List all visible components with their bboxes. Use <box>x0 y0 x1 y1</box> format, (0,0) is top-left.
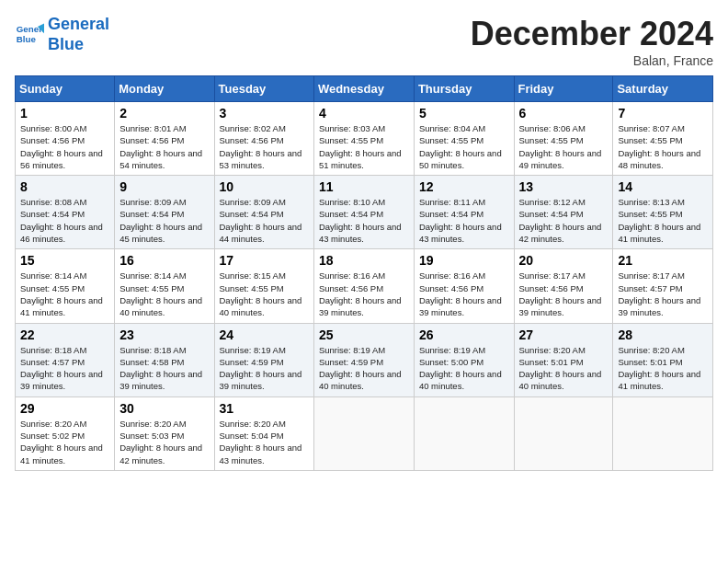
table-row: 22 Sunrise: 8:18 AMSunset: 4:57 PMDaylig… <box>16 323 115 396</box>
day-number: 14 <box>618 179 708 194</box>
logo-text: General Blue <box>48 15 109 54</box>
day-info: Sunrise: 8:19 AMSunset: 5:00 PMDaylight:… <box>419 345 502 392</box>
table-row: 20 Sunrise: 8:17 AMSunset: 4:56 PMDaylig… <box>514 249 613 323</box>
empty-cell <box>613 396 713 470</box>
day-info: Sunrise: 8:20 AMSunset: 5:01 PMDaylight:… <box>618 345 700 392</box>
day-number: 28 <box>618 327 708 342</box>
day-info: Sunrise: 8:20 AMSunset: 5:02 PMDaylight:… <box>20 419 103 465</box>
day-info: Sunrise: 8:11 AMSunset: 4:54 PMDaylight:… <box>419 197 502 244</box>
day-info: Sunrise: 8:18 AMSunset: 4:57 PMDaylight:… <box>20 345 103 392</box>
day-number: 1 <box>20 106 109 121</box>
day-info: Sunrise: 8:00 AMSunset: 4:56 PMDaylight:… <box>20 123 103 170</box>
table-row: 23 Sunrise: 8:18 AMSunset: 4:58 PMDaylig… <box>115 323 214 396</box>
table-row: 31 Sunrise: 8:20 AMSunset: 5:04 PMDaylig… <box>214 396 313 470</box>
day-number: 6 <box>519 106 609 121</box>
day-number: 4 <box>319 106 409 121</box>
empty-cell <box>414 396 514 470</box>
day-info: Sunrise: 8:20 AMSunset: 5:04 PMDaylight:… <box>220 419 302 465</box>
day-number: 15 <box>20 253 109 268</box>
title-block: December 2024 Balan, France <box>471 15 713 68</box>
table-row: 4 Sunrise: 8:03 AMSunset: 4:55 PMDayligh… <box>313 102 414 176</box>
day-number: 12 <box>419 179 509 194</box>
day-number: 19 <box>419 253 509 268</box>
day-number: 26 <box>419 327 509 342</box>
day-info: Sunrise: 8:18 AMSunset: 4:58 PMDaylight:… <box>119 345 202 392</box>
table-row: 15 Sunrise: 8:14 AMSunset: 4:55 PMDaylig… <box>16 249 115 323</box>
day-info: Sunrise: 8:02 AMSunset: 4:56 PMDaylight:… <box>220 123 302 170</box>
day-info: Sunrise: 8:03 AMSunset: 4:55 PMDaylight:… <box>319 123 402 170</box>
day-info: Sunrise: 8:06 AMSunset: 4:55 PMDaylight:… <box>519 123 602 170</box>
table-row: 12 Sunrise: 8:11 AMSunset: 4:54 PMDaylig… <box>414 176 514 249</box>
month-title: December 2024 <box>471 15 713 53</box>
day-info: Sunrise: 8:16 AMSunset: 4:56 PMDaylight:… <box>419 270 502 317</box>
day-info: Sunrise: 8:13 AMSunset: 4:55 PMDaylight:… <box>618 197 700 244</box>
day-number: 24 <box>220 327 309 342</box>
table-row: 29 Sunrise: 8:20 AMSunset: 5:02 PMDaylig… <box>16 396 115 470</box>
table-row: 3 Sunrise: 8:02 AMSunset: 4:56 PMDayligh… <box>214 102 313 176</box>
day-info: Sunrise: 8:04 AMSunset: 4:55 PMDaylight:… <box>419 123 502 170</box>
header-tuesday: Tuesday <box>214 76 313 102</box>
table-row: 7 Sunrise: 8:07 AMSunset: 4:55 PMDayligh… <box>613 102 713 176</box>
day-info: Sunrise: 8:09 AMSunset: 4:54 PMDaylight:… <box>220 197 302 244</box>
day-info: Sunrise: 8:09 AMSunset: 4:54 PMDaylight:… <box>119 197 202 244</box>
table-row: 28 Sunrise: 8:20 AMSunset: 5:01 PMDaylig… <box>613 323 713 396</box>
day-number: 30 <box>119 401 209 416</box>
day-number: 18 <box>319 253 409 268</box>
day-info: Sunrise: 8:20 AMSunset: 5:01 PMDaylight:… <box>519 345 602 392</box>
day-info: Sunrise: 8:17 AMSunset: 4:56 PMDaylight:… <box>519 270 602 317</box>
day-number: 25 <box>319 327 409 342</box>
table-row: 5 Sunrise: 8:04 AMSunset: 4:55 PMDayligh… <box>414 102 514 176</box>
day-info: Sunrise: 8:20 AMSunset: 5:03 PMDaylight:… <box>119 419 202 465</box>
day-info: Sunrise: 8:01 AMSunset: 4:56 PMDaylight:… <box>119 123 202 170</box>
day-info: Sunrise: 8:17 AMSunset: 4:57 PMDaylight:… <box>618 270 700 317</box>
day-number: 7 <box>618 106 708 121</box>
day-number: 23 <box>119 327 209 342</box>
table-row: 11 Sunrise: 8:10 AMSunset: 4:54 PMDaylig… <box>313 176 414 249</box>
day-number: 22 <box>20 327 109 342</box>
header-sunday: Sunday <box>16 76 115 102</box>
logo-icon: General Blue <box>15 20 44 50</box>
header-monday: Monday <box>115 76 214 102</box>
table-row: 26 Sunrise: 8:19 AMSunset: 5:00 PMDaylig… <box>414 323 514 396</box>
day-number: 2 <box>119 106 209 121</box>
empty-cell <box>514 396 613 470</box>
table-row: 13 Sunrise: 8:12 AMSunset: 4:54 PMDaylig… <box>514 176 613 249</box>
table-row: 24 Sunrise: 8:19 AMSunset: 4:59 PMDaylig… <box>214 323 313 396</box>
header-saturday: Saturday <box>613 76 713 102</box>
day-number: 16 <box>119 253 209 268</box>
table-row: 14 Sunrise: 8:13 AMSunset: 4:55 PMDaylig… <box>613 176 713 249</box>
table-row: 1 Sunrise: 8:00 AMSunset: 4:56 PMDayligh… <box>16 102 115 176</box>
day-number: 21 <box>618 253 708 268</box>
logo: General Blue General Blue <box>15 15 109 54</box>
table-row: 6 Sunrise: 8:06 AMSunset: 4:55 PMDayligh… <box>514 102 613 176</box>
location: Balan, France <box>471 53 713 68</box>
day-info: Sunrise: 8:07 AMSunset: 4:55 PMDaylight:… <box>618 123 700 170</box>
table-row: 30 Sunrise: 8:20 AMSunset: 5:03 PMDaylig… <box>115 396 214 470</box>
day-info: Sunrise: 8:15 AMSunset: 4:55 PMDaylight:… <box>220 270 302 317</box>
table-row: 21 Sunrise: 8:17 AMSunset: 4:57 PMDaylig… <box>613 249 713 323</box>
table-row: 27 Sunrise: 8:20 AMSunset: 5:01 PMDaylig… <box>514 323 613 396</box>
day-number: 8 <box>20 179 109 194</box>
header-friday: Friday <box>514 76 613 102</box>
day-info: Sunrise: 8:19 AMSunset: 4:59 PMDaylight:… <box>220 345 302 392</box>
svg-text:Blue: Blue <box>17 34 37 44</box>
day-info: Sunrise: 8:14 AMSunset: 4:55 PMDaylight:… <box>119 270 202 317</box>
day-number: 29 <box>20 401 109 416</box>
day-info: Sunrise: 8:14 AMSunset: 4:55 PMDaylight:… <box>20 270 103 317</box>
day-number: 5 <box>419 106 509 121</box>
day-info: Sunrise: 8:12 AMSunset: 4:54 PMDaylight:… <box>519 197 602 244</box>
day-info: Sunrise: 8:08 AMSunset: 4:54 PMDaylight:… <box>20 197 103 244</box>
day-number: 17 <box>220 253 309 268</box>
table-row: 10 Sunrise: 8:09 AMSunset: 4:54 PMDaylig… <box>214 176 313 249</box>
day-number: 3 <box>220 106 309 121</box>
day-number: 11 <box>319 179 409 194</box>
table-row: 18 Sunrise: 8:16 AMSunset: 4:56 PMDaylig… <box>313 249 414 323</box>
table-row: 25 Sunrise: 8:19 AMSunset: 4:59 PMDaylig… <box>313 323 414 396</box>
table-row: 17 Sunrise: 8:15 AMSunset: 4:55 PMDaylig… <box>214 249 313 323</box>
day-number: 13 <box>519 179 609 194</box>
day-number: 9 <box>119 179 209 194</box>
table-row: 19 Sunrise: 8:16 AMSunset: 4:56 PMDaylig… <box>414 249 514 323</box>
table-row: 16 Sunrise: 8:14 AMSunset: 4:55 PMDaylig… <box>115 249 214 323</box>
day-number: 27 <box>519 327 609 342</box>
calendar-table: Sunday Monday Tuesday Wednesday Thursday… <box>15 75 713 471</box>
